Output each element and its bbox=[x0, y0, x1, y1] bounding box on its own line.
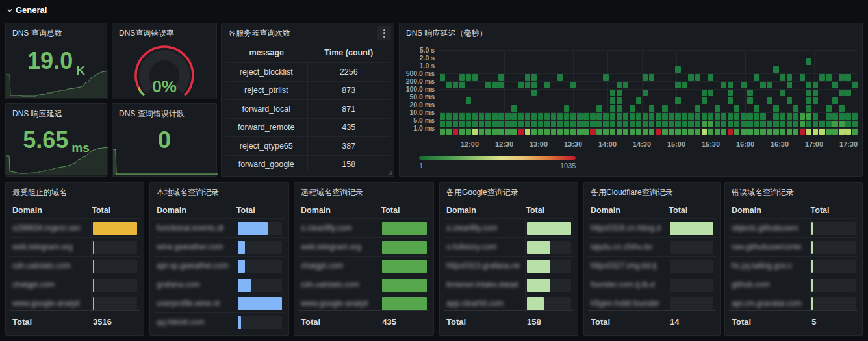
panel-title[interactable]: 备用Google查询记录 bbox=[446, 187, 518, 198]
domain-cell-blurred: objects.githubuserc bbox=[732, 223, 798, 233]
heatmap-cell bbox=[459, 129, 465, 136]
stat-value: 19.0 K bbox=[6, 43, 107, 79]
heatmap-cell bbox=[839, 113, 844, 120]
table-row: objects.githubuserc bbox=[729, 218, 858, 237]
heatmap-cell bbox=[466, 113, 471, 120]
table-header: DomainTotal bbox=[446, 206, 572, 218]
resize-handle[interactable] bbox=[388, 170, 392, 175]
x-axis-label: 13:00 bbox=[530, 140, 548, 148]
heatmap-cell bbox=[492, 113, 497, 120]
heatmap-cell bbox=[538, 121, 543, 128]
panel-title[interactable]: 各服务器查询次数 bbox=[228, 28, 290, 39]
table-row: https0327.img.bd.tj bbox=[588, 256, 716, 275]
table-row: hc.jsj.tailing.gov.c bbox=[729, 256, 858, 275]
heatmap-cell bbox=[826, 113, 831, 120]
panel-latency-heatmap: DNS 响应延迟（毫秒） 5.0 s2.0 s1.0 s500.0 ms200.… bbox=[399, 23, 863, 177]
grid-line bbox=[439, 97, 858, 97]
heatmap-cell bbox=[656, 121, 661, 128]
heatmap-cell bbox=[603, 74, 608, 81]
panel-title[interactable]: 备用Cloudflare查询记录 bbox=[591, 187, 673, 198]
heatmap-cell bbox=[459, 74, 465, 81]
table-row: functional.events.dr bbox=[154, 218, 285, 237]
heatmap-cell bbox=[800, 129, 805, 136]
stat-value: 5.65 ms bbox=[6, 123, 107, 157]
heatmap-cell bbox=[630, 113, 635, 120]
table-row: forward_google158 bbox=[225, 155, 390, 174]
panel-title[interactable]: 远程域名查询记录 bbox=[301, 187, 363, 198]
cell-count: 871 bbox=[308, 105, 390, 114]
table-row: web.telegram.org bbox=[298, 237, 429, 256]
column-header-domain[interactable]: Domain bbox=[446, 206, 476, 215]
heatmap-cell bbox=[636, 97, 641, 105]
column-header-total[interactable]: Total bbox=[811, 206, 830, 215]
heatmap-cell bbox=[767, 121, 772, 128]
heatmap-cell bbox=[702, 90, 707, 97]
domain-table-panel: 本地域名查询记录DomainTotalfunctional.events.drw… bbox=[149, 182, 289, 336]
column-header-total[interactable]: Total bbox=[236, 206, 255, 215]
column-header-domain[interactable]: Domain bbox=[591, 206, 620, 215]
column-header-message[interactable]: message bbox=[225, 48, 308, 57]
column-header-domain[interactable]: Domain bbox=[301, 206, 331, 215]
panel-title[interactable]: 最受阻止的域名 bbox=[12, 187, 67, 198]
heatmap-cell bbox=[492, 121, 497, 128]
table-row: qq.hiklott.com bbox=[154, 312, 285, 331]
column-header-total[interactable]: Total bbox=[669, 206, 687, 215]
column-header-domain[interactable]: Domain bbox=[732, 206, 761, 215]
heatmap-cell bbox=[682, 129, 687, 136]
column-header-total[interactable]: Total bbox=[526, 206, 544, 215]
panel-menu-kebab-icon[interactable] bbox=[377, 26, 391, 40]
heatmap-cell bbox=[498, 121, 504, 128]
table-row: chatgpt.com bbox=[298, 256, 429, 275]
panel-title[interactable]: DNS 查询总数 bbox=[12, 28, 62, 39]
heatmap-cell bbox=[773, 121, 778, 128]
heatmap-cell bbox=[721, 129, 726, 136]
heatmap-cell bbox=[845, 121, 850, 128]
bar-gauge bbox=[93, 297, 94, 310]
heatmap-cell bbox=[819, 74, 824, 81]
total-row: Total158 bbox=[444, 310, 574, 331]
domain-cell-blurred: cdn.ualstats.com bbox=[301, 280, 359, 289]
domain-cell-blurred: chatgpt.com bbox=[301, 261, 343, 270]
bar-gauge-track bbox=[527, 279, 571, 292]
domain-table-panel: 最受阻止的域名DomainTotalo298634.ingest.senweb.… bbox=[5, 182, 144, 336]
table-row: https0316.cn.hbxg.d bbox=[588, 218, 716, 237]
table-row: reject_qtype65387 bbox=[225, 136, 390, 155]
heatmap-cell bbox=[610, 121, 615, 128]
heatmap-cell bbox=[813, 97, 818, 105]
heatmap-cell bbox=[525, 74, 530, 81]
heatmap-cell bbox=[747, 121, 752, 128]
y-axis-label: 2.0 s bbox=[400, 54, 435, 62]
heatmap-cell bbox=[695, 113, 700, 120]
cell-message: forward_local bbox=[225, 100, 308, 118]
y-axis-label: 5.0 s bbox=[400, 46, 435, 54]
panel-title[interactable]: DNS 查询错误计数 bbox=[119, 108, 185, 120]
row-header-general[interactable]: General bbox=[6, 5, 47, 15]
heatmap-cell bbox=[525, 121, 530, 128]
heatmap-cell bbox=[728, 90, 733, 97]
heatmap-cell bbox=[675, 121, 680, 128]
column-header-count[interactable]: Time (count) bbox=[308, 48, 390, 57]
column-header-total[interactable]: Total bbox=[92, 206, 110, 215]
bar-gauge bbox=[382, 222, 427, 235]
bar-gauge-track bbox=[527, 222, 571, 235]
heatmap-cell bbox=[498, 74, 504, 81]
column-header-domain[interactable]: Domain bbox=[157, 206, 186, 215]
heatmap-cell bbox=[806, 82, 811, 89]
heatmap-cell bbox=[596, 105, 602, 112]
panel-title[interactable]: 错误域名查询记录 bbox=[732, 187, 794, 198]
heatmap-cell bbox=[852, 121, 857, 128]
column-header-domain[interactable]: Domain bbox=[12, 206, 42, 215]
y-axis-label: 1.0 ms bbox=[400, 124, 435, 132]
bar-gauge-track bbox=[811, 260, 856, 273]
bar-gauge-track bbox=[382, 241, 427, 254]
heatmap-cell bbox=[577, 121, 582, 128]
heatmap-cell bbox=[485, 113, 491, 120]
panel-title[interactable]: DNS 响应延迟 bbox=[12, 108, 62, 120]
heatmap-cell bbox=[643, 90, 648, 97]
panel-title[interactable]: 本地域名查询记录 bbox=[157, 187, 219, 198]
heatmap-cell bbox=[682, 82, 687, 89]
heatmap-cell bbox=[557, 121, 563, 128]
heatmap-cell bbox=[695, 121, 700, 128]
table-row: api.cm.gravatar.com bbox=[729, 294, 858, 312]
column-header-total[interactable]: Total bbox=[381, 206, 400, 215]
